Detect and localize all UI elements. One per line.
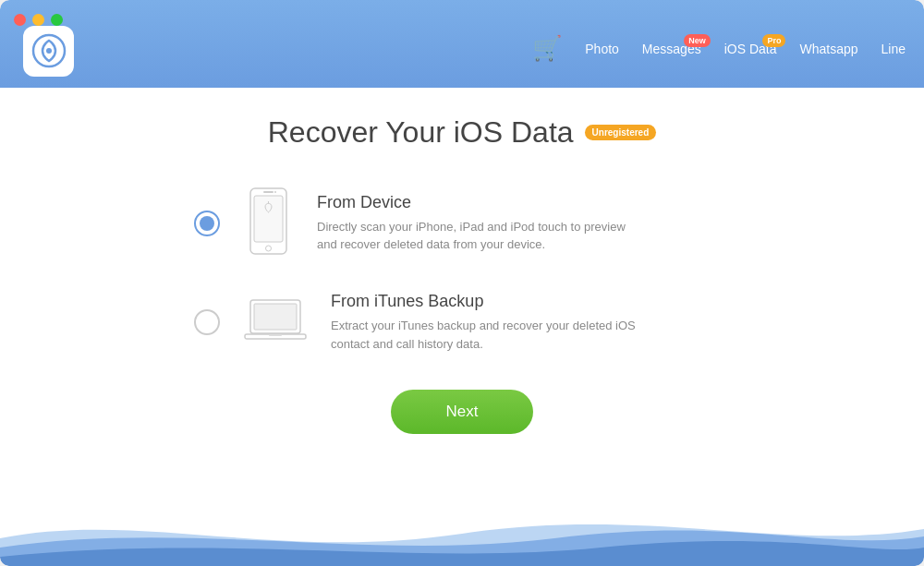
app-window: 🛒 Photo New Messages Pro iOS Data Whatsa… xyxy=(0,0,924,566)
wave-decoration xyxy=(0,501,924,566)
nav-item-line[interactable]: Line xyxy=(881,42,906,56)
svg-rect-8 xyxy=(254,304,297,330)
window-controls xyxy=(14,14,63,26)
next-button[interactable]: Next xyxy=(391,390,534,434)
option-from-device[interactable]: From Device Directly scan your iPhone, i… xyxy=(194,187,730,259)
minimize-button[interactable] xyxy=(32,14,44,26)
svg-point-1 xyxy=(46,48,52,54)
svg-rect-10 xyxy=(269,334,282,336)
option-from-itunes-desc: Extract your iTunes backup and recover y… xyxy=(331,317,654,353)
option-from-itunes[interactable]: From iTunes Backup Extract your iTunes b… xyxy=(194,292,730,353)
messages-badge: New xyxy=(684,34,711,47)
option-from-itunes-title: From iTunes Backup xyxy=(331,292,654,311)
svg-point-6 xyxy=(274,191,276,193)
page-title: Recover Your iOS Data xyxy=(268,115,574,150)
cart-icon[interactable]: 🛒 xyxy=(532,34,562,63)
unregistered-badge: Unregistered xyxy=(585,125,657,140)
nav-item-whatsapp-label: Whatsapp xyxy=(799,42,857,56)
nav-item-whatsapp[interactable]: Whatsapp xyxy=(799,42,857,56)
ios-data-badge: Pro xyxy=(762,34,785,47)
maximize-button[interactable] xyxy=(51,14,63,26)
close-button[interactable] xyxy=(14,14,26,26)
page-title-container: Recover Your iOS Data Unregistered xyxy=(268,115,657,150)
svg-rect-5 xyxy=(263,191,274,193)
option-from-device-text: From Device Directly scan your iPhone, i… xyxy=(317,193,640,254)
nav-item-line-label: Line xyxy=(881,42,906,56)
nav-item-ios-data[interactable]: Pro iOS Data xyxy=(724,42,777,56)
nav-items: 🛒 Photo New Messages Pro iOS Data Whatsa… xyxy=(532,34,906,63)
radio-from-itunes[interactable] xyxy=(194,309,220,335)
option-from-itunes-text: From iTunes Backup Extract your iTunes b… xyxy=(331,292,654,353)
radio-from-device[interactable] xyxy=(194,211,220,236)
titlebar: 🛒 Photo New Messages Pro iOS Data Whatsa… xyxy=(0,0,924,88)
main-content: Recover Your iOS Data Unregistered xyxy=(0,88,924,566)
nav-item-photo[interactable]: Photo xyxy=(585,42,619,56)
laptop-icon xyxy=(243,295,308,350)
nav-item-photo-label: Photo xyxy=(585,42,619,56)
phone-icon xyxy=(243,187,294,259)
options-container: From Device Directly scan your iPhone, i… xyxy=(194,187,730,353)
app-logo xyxy=(23,26,74,77)
option-from-device-desc: Directly scan your iPhone, iPad and iPod… xyxy=(317,218,640,254)
option-from-device-title: From Device xyxy=(317,193,640,212)
nav-item-messages[interactable]: New Messages xyxy=(642,42,701,56)
